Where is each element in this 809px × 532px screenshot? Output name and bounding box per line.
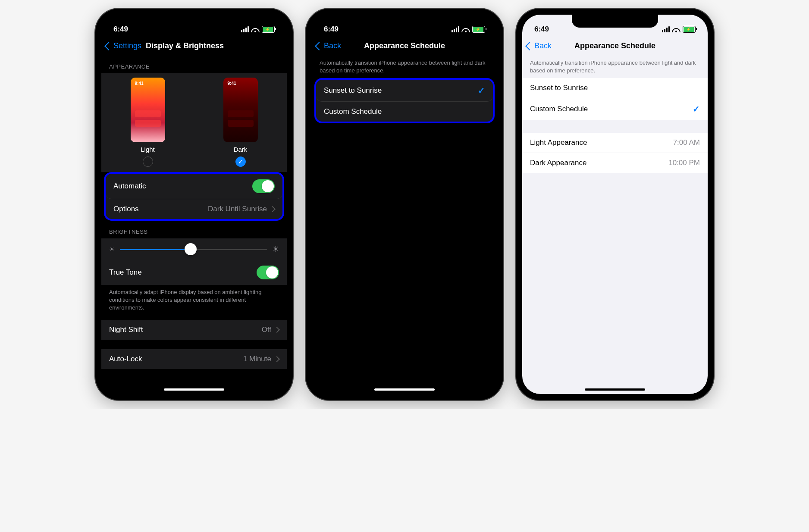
options-row[interactable]: Options Dark Until Sunrise	[106, 199, 282, 219]
custom-schedule-row[interactable]: Custom Schedule	[316, 102, 493, 122]
battery-icon	[683, 26, 696, 33]
chevron-right-icon	[274, 356, 280, 362]
dark-radio[interactable]: ✓	[235, 156, 246, 167]
sun-large-icon: ☀	[272, 244, 279, 254]
light-appearance-time: 7:00 AM	[673, 138, 700, 147]
wifi-icon	[251, 27, 259, 32]
page-title: Appearance Schedule	[364, 41, 445, 50]
appearance-option-dark[interactable]: 9:41 Dark ✓	[223, 78, 258, 167]
back-label: Back	[324, 41, 341, 50]
schedule-options-highlight: Sunset to Sunrise ✓ Custom Schedule	[314, 78, 495, 123]
schedule-desc: Automatically transition iPhone appearan…	[312, 56, 497, 78]
nav-bar: Settings Display & Brightness	[101, 38, 287, 56]
screen-appearance-schedule-light: 6:49 Back Appearance Schedule Automatica…	[522, 15, 708, 394]
battery-icon	[472, 26, 485, 33]
autolock-value: 1 Minute	[243, 355, 271, 363]
phone-3: 6:49 Back Appearance Schedule Automatica…	[516, 9, 714, 400]
dark-preview: 9:41	[223, 78, 258, 142]
automatic-row[interactable]: Automatic	[106, 174, 282, 199]
back-label: Settings	[113, 41, 141, 50]
options-label: Options	[113, 205, 139, 213]
truetone-desc: Automatically adapt iPhone display based…	[101, 285, 287, 316]
checkmark-icon: ✓	[693, 104, 700, 114]
brightness-slider[interactable]	[120, 249, 267, 250]
phone-2: 6:49 Back Appearance Schedule Automatica…	[306, 9, 503, 400]
sunset-sunrise-row[interactable]: Sunset to Sunrise ✓	[316, 80, 493, 102]
options-value: Dark Until Sunrise	[208, 205, 267, 213]
signal-icon	[452, 26, 459, 32]
chevron-left-icon	[104, 42, 113, 50]
light-preview: 9:41	[131, 78, 165, 142]
signal-icon	[241, 26, 249, 32]
appearance-header: APPEARANCE	[101, 56, 287, 73]
chevron-left-icon	[525, 42, 534, 50]
dark-appearance-row[interactable]: Dark Appearance 10:00 PM	[522, 153, 708, 173]
wifi-icon	[672, 27, 680, 32]
sunset-sunrise-row[interactable]: Sunset to Sunrise	[522, 78, 708, 98]
automatic-toggle[interactable]	[252, 179, 275, 193]
home-indicator[interactable]	[164, 388, 224, 391]
automatic-highlight: Automatic Options Dark Until Sunrise	[104, 172, 284, 221]
schedule-desc: Automatically transition iPhone appearan…	[522, 56, 708, 78]
truetone-row[interactable]: True Tone	[101, 260, 287, 285]
page-title: Display & Brightness	[146, 41, 224, 50]
brightness-header: BRIGHTNESS	[101, 221, 287, 238]
truetone-toggle[interactable]	[257, 266, 279, 279]
sun-small-icon: ☀	[109, 246, 115, 253]
custom-schedule-row[interactable]: Custom Schedule ✓	[522, 98, 708, 120]
nightshift-label: Night Shift	[109, 325, 143, 334]
truetone-label: True Tone	[109, 268, 142, 277]
screen-appearance-schedule-dark: 6:49 Back Appearance Schedule Automatica…	[312, 15, 497, 394]
page-title: Appearance Schedule	[574, 41, 655, 50]
back-button[interactable]: Back	[527, 41, 552, 50]
autolock-label: Auto-Lock	[109, 355, 142, 363]
light-radio[interactable]	[143, 156, 153, 167]
back-button[interactable]: Back	[316, 41, 341, 50]
dark-appearance-time: 10:00 PM	[668, 159, 700, 167]
nav-bar: Back Appearance Schedule	[312, 38, 497, 56]
dark-appearance-label: Dark Appearance	[530, 159, 586, 167]
status-time: 6:49	[113, 25, 128, 34]
light-appearance-row[interactable]: Light Appearance 7:00 AM	[522, 133, 708, 153]
custom-times-group: Light Appearance 7:00 AM Dark Appearance…	[522, 133, 708, 173]
back-label: Back	[534, 41, 552, 50]
status-time: 6:49	[534, 25, 549, 34]
brightness-slider-row[interactable]: ☀ ☀	[101, 238, 287, 260]
slider-thumb[interactable]	[185, 243, 197, 255]
signal-icon	[662, 26, 670, 32]
checkmark-icon: ✓	[478, 85, 485, 96]
wifi-icon	[462, 27, 470, 32]
sunset-sunrise-label: Sunset to Sunrise	[324, 86, 382, 95]
notch	[361, 15, 448, 28]
battery-icon	[262, 26, 275, 33]
custom-schedule-label: Custom Schedule	[324, 107, 382, 116]
nightshift-row[interactable]: Night Shift Off	[101, 320, 287, 340]
schedule-options-group: Sunset to Sunrise Custom Schedule ✓	[522, 78, 708, 120]
phone-1: 6:49 Settings Display & Brightness APPEA…	[95, 9, 293, 400]
nav-bar: Back Appearance Schedule	[522, 38, 708, 56]
chevron-left-icon	[315, 42, 323, 50]
screen-display-brightness: 6:49 Settings Display & Brightness APPEA…	[101, 15, 287, 394]
back-button[interactable]: Settings	[106, 41, 141, 50]
appearance-group: 9:41 Light 9:41 Dark ✓	[101, 73, 287, 172]
appearance-option-light[interactable]: 9:41 Light	[131, 78, 165, 167]
notch	[151, 15, 237, 28]
light-appearance-label: Light Appearance	[530, 138, 587, 147]
notch	[572, 15, 658, 28]
nightshift-value: Off	[262, 325, 271, 334]
autolock-row[interactable]: Auto-Lock 1 Minute	[101, 349, 287, 369]
custom-schedule-label: Custom Schedule	[530, 105, 588, 113]
chevron-right-icon	[270, 206, 276, 212]
home-indicator[interactable]	[374, 388, 435, 391]
automatic-label: Automatic	[113, 182, 146, 191]
chevron-right-icon	[274, 326, 280, 332]
home-indicator[interactable]	[585, 388, 645, 391]
status-time: 6:49	[324, 25, 339, 34]
sunset-sunrise-label: Sunset to Sunrise	[530, 84, 588, 92]
